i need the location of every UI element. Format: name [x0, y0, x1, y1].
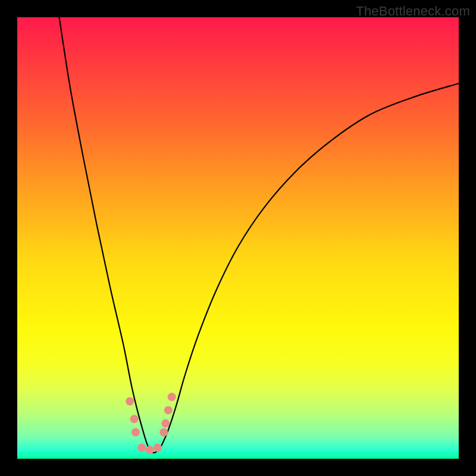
data-marker: [168, 393, 176, 401]
data-marker: [146, 446, 154, 454]
data-marker: [131, 428, 140, 437]
data-markers: [126, 393, 176, 454]
chart-container: TheBottleneck.com: [0, 0, 476, 476]
data-marker: [159, 428, 168, 437]
data-marker: [130, 415, 139, 423]
watermark: TheBottleneck.com: [356, 4, 470, 19]
bottleneck-curve: [60, 17, 459, 453]
data-marker: [137, 444, 146, 452]
plot-area: [17, 17, 459, 459]
curve-layer: [17, 17, 459, 459]
data-marker: [154, 444, 162, 452]
data-marker: [126, 397, 134, 406]
data-marker: [161, 419, 170, 428]
data-marker: [164, 406, 173, 414]
